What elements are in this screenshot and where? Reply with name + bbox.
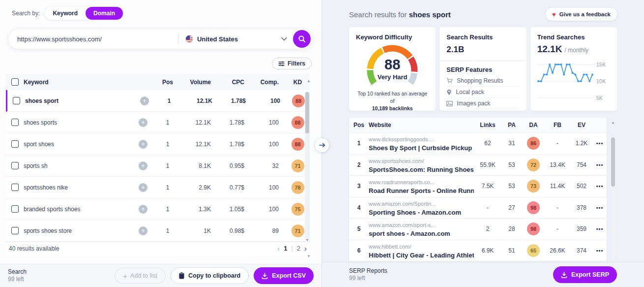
prev-page-arrow[interactable]: ‹ (277, 244, 280, 253)
serp-result-row[interactable]: 5 www.amazon.com/sport-s... sport shoes … (349, 219, 607, 240)
serp-feature-shopping: Shopping Results (446, 75, 519, 87)
feedback-label: Give us a feedback (559, 11, 611, 17)
serp-url[interactable]: www.dickssportinggoods.... (369, 136, 434, 142)
col-pos[interactable]: Pos (157, 79, 178, 86)
serp-features-title: SERP Features (446, 66, 519, 73)
da-badge: 86 (527, 137, 540, 150)
serp-url[interactable]: www.amazon.com/sport-s... (369, 222, 435, 228)
serp-table: Pos Website Links PA DA FB EV 1 www.dick… (349, 118, 607, 261)
volume-value: 1.3K (178, 206, 218, 213)
da-badge: 98 (527, 223, 540, 235)
left-panel-scrollbar[interactable]: ▲ ▼ (306, 79, 312, 258)
serp-title[interactable]: Road Runner Sports - Online Running ... (369, 187, 474, 194)
ev-value: 374 (570, 247, 593, 254)
kd-badge: 75 (292, 203, 304, 216)
serp-result-row[interactable]: 3 www.roadrunnersports.co... Road Runner… (349, 176, 607, 197)
serp-site: www.amazon.com/Sportin... Sporting Shoes… (369, 199, 474, 217)
page-2[interactable]: 2 (297, 245, 300, 252)
col-comp[interactable]: Comp. (251, 79, 286, 86)
search-button[interactable] (293, 30, 311, 48)
scroll-down-arrow[interactable]: ▼ (306, 254, 312, 258)
serp-url[interactable]: www.hibbett.com/ (369, 244, 411, 250)
ytick-10k: 10K (596, 78, 606, 84)
add-keyword-icon[interactable]: + (139, 226, 147, 235)
chevron-down-icon[interactable] (281, 37, 287, 41)
serp-url[interactable]: www.sportsshoes.com/ (369, 158, 424, 164)
keyword-row[interactable]: shoes sport + 1 12.1K 1.78$ 100 88 (6, 90, 310, 112)
ev-value: 754 (570, 161, 593, 168)
page-1[interactable]: 1 (284, 245, 287, 252)
more-options-icon[interactable]: ••• (593, 162, 607, 168)
row-checkbox[interactable] (13, 97, 20, 104)
scroll-up-arrow[interactable]: ▲ (306, 79, 312, 83)
volume-value: 12.1K (180, 97, 219, 104)
add-keyword-icon[interactable]: + (139, 161, 147, 170)
row-checkbox[interactable] (11, 119, 19, 126)
serp-title[interactable]: Hibbett | City Gear - Leading Athletic-I… (369, 252, 474, 259)
serp-result-row[interactable]: 1 www.dickssportinggoods.... Shoes By Sp… (349, 133, 607, 155)
col-da[interactable]: DA (522, 122, 545, 128)
country-select-value[interactable]: United States (197, 35, 238, 43)
col-keyword[interactable]: Keyword (24, 79, 129, 86)
row-checkbox[interactable] (11, 227, 19, 234)
more-options-icon[interactable]: ••• (593, 205, 607, 211)
serp-title[interactable]: SportsShoes.com: Running Shoes, Clo... (369, 166, 474, 173)
col-volume[interactable]: Volume (178, 79, 218, 86)
scrollbar-thumb[interactable] (611, 137, 615, 187)
serp-result-row[interactable]: 2 www.sportsshoes.com/ SportsShoes.com: … (349, 155, 607, 176)
col-fb[interactable]: FB (545, 122, 570, 128)
more-options-icon[interactable]: ••• (593, 183, 607, 189)
keyword-row[interactable]: sport shoes + 1 12.1K 1.78$ 100 88 (6, 133, 310, 155)
keyword-row[interactable]: branded sports shoes + 1 1.3K 1.05$ 100 … (6, 198, 310, 220)
serp-result-row[interactable]: 4 www.amazon.com/Sportin... Sporting Sho… (349, 197, 607, 219)
more-options-icon[interactable]: ••• (593, 140, 607, 146)
url-input[interactable] (17, 35, 171, 43)
add-keyword-icon[interactable]: + (139, 140, 147, 149)
select-all-checkbox[interactable] (11, 78, 19, 86)
serp-url[interactable]: www.roadrunnersports.co... (369, 179, 435, 185)
copy-to-clipboard-label: Copy to clipboard (188, 272, 240, 279)
col-cpc[interactable]: CPC (218, 79, 251, 86)
feedback-button[interactable]: ♥ Give us a feedback (546, 8, 617, 21)
col-ev[interactable]: EV (570, 122, 593, 128)
row-checkbox[interactable] (11, 205, 19, 213)
add-keyword-icon[interactable]: + (140, 96, 149, 105)
scroll-up-arrow[interactable]: ▲ (611, 121, 615, 124)
more-options-icon[interactable]: ••• (593, 248, 607, 254)
add-keyword-icon[interactable]: + (139, 205, 147, 214)
card-divider (439, 61, 526, 61)
row-checkbox[interactable] (11, 184, 19, 191)
searchbar-divider (178, 34, 178, 44)
keyword-row[interactable]: sports sh + 1 8.1K 0.95$ 32 71 (6, 155, 310, 177)
add-to-list-button[interactable]: + Add to list (115, 268, 166, 284)
serp-table-scrollbar[interactable]: ▲ ▼ (611, 118, 616, 261)
serp-url[interactable]: www.amazon.com/Sportin... (369, 201, 436, 207)
search-by-domain-option[interactable]: Domain (86, 7, 123, 20)
col-pa[interactable]: PA (501, 122, 522, 128)
pa-value: 51 (501, 247, 522, 254)
serp-title[interactable]: Shoes By Sport | Curbside Pickup Avai... (369, 144, 474, 152)
col-links[interactable]: Links (474, 122, 501, 128)
keyword-row[interactable]: sportsshoes nike + 1 2.9K 0.77$ 100 78 (6, 177, 310, 198)
page-separator: | (291, 245, 293, 252)
add-keyword-icon[interactable]: + (139, 118, 147, 127)
collapse-panel-button[interactable] (315, 138, 329, 152)
row-checkbox[interactable] (11, 162, 19, 169)
row-checkbox[interactable] (11, 140, 19, 148)
us-flag-icon (185, 35, 193, 43)
filters-button[interactable]: Filters (272, 58, 312, 69)
serp-title[interactable]: Sporting Shoes - Amazon.com (369, 209, 461, 216)
search-by-keyword-option[interactable]: Keyword (45, 7, 86, 20)
keyword-row[interactable]: shoes sports + 1 12.1K 1.78$ 100 88 (6, 112, 310, 133)
links-value: 2 (474, 225, 501, 232)
serp-title[interactable]: sport shoes - Amazon.com (369, 230, 450, 237)
col-pos[interactable]: Pos (349, 122, 369, 128)
keyword-row[interactable]: sports shoes store + 1 1K 0.98$ 89 71 (6, 220, 310, 242)
add-keyword-icon[interactable]: + (139, 183, 147, 192)
more-options-icon[interactable]: ••• (593, 226, 607, 232)
export-csv-button[interactable]: Export CSV (254, 267, 314, 284)
serp-result-row[interactable]: 6 www.hibbett.com/ Hibbett | City Gear -… (349, 240, 607, 262)
export-serp-button[interactable]: Export SERP (553, 266, 617, 283)
col-website[interactable]: Website (369, 122, 474, 128)
copy-to-clipboard-button[interactable]: Copy to clipboard (171, 267, 249, 284)
